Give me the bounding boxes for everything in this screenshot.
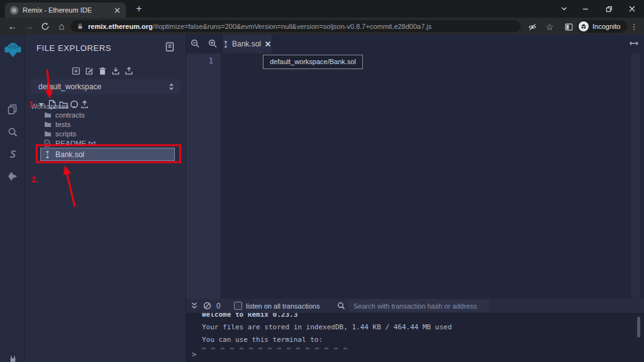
- listen-transactions-label: listen on all transactions: [246, 302, 319, 310]
- window-minimize-button[interactable]: [575, 0, 596, 18]
- editor-tab-close-icon[interactable]: [265, 41, 271, 47]
- folder-icon: [44, 131, 52, 137]
- url-text: remix.ethereum.org/#optimize=false&runs=…: [88, 23, 431, 30]
- deploy-run-icon[interactable]: [0, 171, 25, 182]
- terminal-scrollbar[interactable]: [637, 317, 640, 337]
- tree-actions-row: [25, 100, 186, 110]
- incognito-spy-icon: [579, 21, 589, 31]
- new-tab-button[interactable]: +: [132, 2, 146, 16]
- terminal-output[interactable]: Welcome to Remix 0.23.3 Your files are s…: [186, 313, 644, 362]
- rename-workspace-icon[interactable]: [85, 67, 94, 75]
- terminal-line: You can use this terminal to:: [202, 334, 644, 346]
- file-path-tooltip: default_workspace/Bank.sol: [263, 55, 363, 69]
- zoom-in-icon[interactable]: [208, 38, 219, 50]
- back-icon[interactable]: ←: [5, 19, 20, 33]
- tree-item-scripts[interactable]: scripts: [25, 129, 186, 138]
- terminal-toolbar: 0 listen on all transactions: [186, 299, 644, 313]
- browser-toolbar: ← → ⌂ remix.ethereum.org/#optimize=false…: [0, 18, 644, 35]
- editor-tab-bank-sol[interactable]: Bank.sol: [222, 35, 272, 53]
- browser-tab[interactable]: Remix - Ethereum IDE: [5, 3, 126, 18]
- line-number: 1: [209, 57, 213, 65]
- plugin-manager-icon[interactable]: [0, 355, 25, 362]
- eye-off-icon[interactable]: [525, 19, 540, 34]
- terminal-panel: 0 listen on all transactions Welcome to …: [186, 299, 644, 362]
- tree-item-tests[interactable]: tests: [25, 119, 186, 129]
- url-bar[interactable]: remix.ethereum.org/#optimize=false&runs=…: [70, 20, 521, 32]
- window-close-button[interactable]: [621, 0, 643, 18]
- transaction-count-badge: 0: [216, 302, 221, 310]
- browser-tab-title: Remix - Ethereum IDE: [23, 6, 109, 14]
- listen-transactions-checkbox[interactable]: [234, 302, 242, 310]
- tree-item-contracts[interactable]: contracts: [25, 110, 186, 119]
- tree-item-readme[interactable]: README.txt: [25, 138, 186, 148]
- new-file-icon[interactable]: [48, 100, 56, 109]
- terminal-prompt: >: [192, 350, 196, 359]
- delete-workspace-icon[interactable]: [98, 67, 107, 75]
- remix-app: FILE EXPLORERS Workspaces: [0, 35, 644, 362]
- new-folder-icon[interactable]: [59, 101, 68, 109]
- editor-tab-bar: Bank.sol: [186, 35, 644, 53]
- github-icon[interactable]: [70, 100, 79, 109]
- panel-menu-icon[interactable]: [165, 41, 175, 52]
- file-icon: [44, 140, 50, 147]
- editor-tab-label: Bank.sol: [232, 40, 261, 48]
- browser-tab-strip: Remix - Ethereum IDE +: [0, 0, 644, 18]
- create-workspace-icon[interactable]: [72, 67, 80, 75]
- file-explorers-icon[interactable]: [0, 104, 25, 115]
- window-restore-button[interactable]: [598, 0, 619, 18]
- file-explorers-panel: FILE EXPLORERS Workspaces: [25, 35, 186, 362]
- folder-icon: [44, 121, 52, 128]
- solidity-icon: [45, 151, 50, 158]
- editor-minimap[interactable]: [631, 53, 640, 299]
- select-sort-carets-icon: [169, 82, 174, 91]
- incognito-badge: Incognito: [577, 20, 627, 33]
- workspace-selected-value: default_workspace: [38, 82, 169, 91]
- terminal-line: Welcome to Remix 0.23.3: [202, 313, 644, 321]
- incognito-label: Incognito: [592, 23, 621, 30]
- browser-menu-icon[interactable]: ⋮: [626, 19, 641, 34]
- solidity-compiler-icon[interactable]: [0, 149, 25, 160]
- tab-close-icon[interactable]: [114, 7, 121, 14]
- tree-item-bank-sol-selected[interactable]: Bank.sol: [40, 148, 175, 161]
- zoom-out-icon[interactable]: [190, 38, 201, 50]
- editor-gutter: 1: [186, 53, 221, 299]
- search-icon[interactable]: [0, 127, 25, 138]
- expand-horizontal-icon[interactable]: [629, 39, 639, 48]
- icon-rail: [0, 35, 25, 362]
- folder-icon: [44, 112, 52, 118]
- publish-to-gist-icon[interactable]: [80, 100, 89, 109]
- reload-icon[interactable]: [38, 19, 53, 33]
- restore-workspaces-icon[interactable]: [125, 67, 133, 75]
- tab-search-chevron-icon[interactable]: [553, 0, 575, 18]
- remix-logo-icon[interactable]: [0, 41, 25, 58]
- download-workspaces-icon[interactable]: [111, 67, 120, 75]
- editor-area: Bank.sol 1: [186, 35, 644, 362]
- panel-title: FILE EXPLORERS: [36, 43, 111, 53]
- annotation-step1-label: 1.: [29, 99, 36, 109]
- forward-icon[interactable]: →: [21, 19, 36, 33]
- terminal-search-icon: [337, 302, 345, 310]
- home-icon[interactable]: ⌂: [54, 19, 69, 33]
- chevron-down-icon[interactable]: [38, 102, 44, 107]
- side-panel-icon[interactable]: [561, 19, 576, 34]
- clear-console-icon[interactable]: [203, 302, 211, 310]
- solidity-icon: [223, 41, 228, 48]
- workspace-select[interactable]: default_workspace: [31, 79, 180, 94]
- terminal-line: Your files are stored in indexedDB, 1.44…: [202, 321, 644, 334]
- transaction-search-input[interactable]: [348, 300, 489, 312]
- remix-favicon: [10, 6, 18, 14]
- expand-terminal-chevrons-icon[interactable]: [191, 302, 198, 310]
- faint-clipped-line: [202, 348, 350, 349]
- bookmark-star-icon[interactable]: ☆: [542, 19, 557, 34]
- lock-icon: [77, 23, 84, 30]
- annotation-step2-label: 2.: [31, 175, 38, 184]
